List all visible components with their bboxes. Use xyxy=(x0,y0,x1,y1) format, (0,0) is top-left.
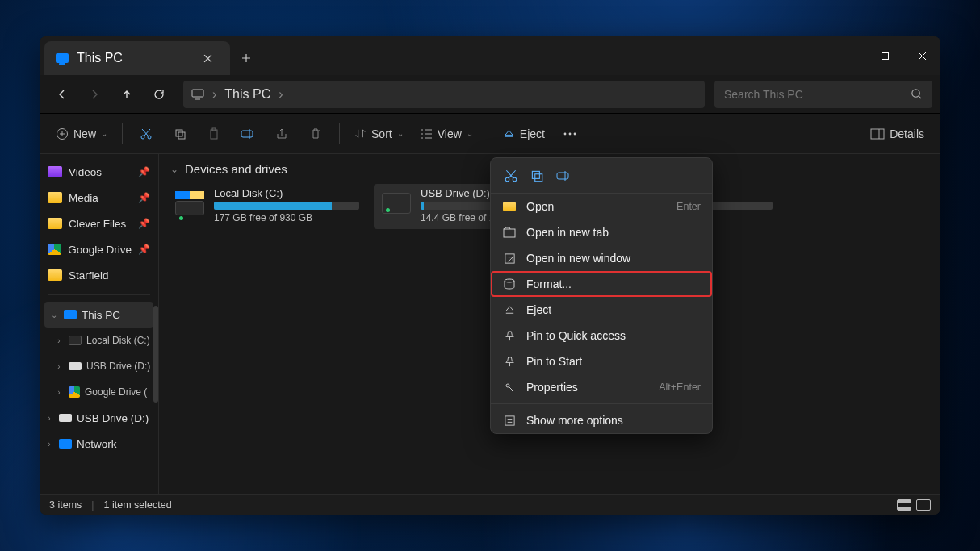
chevron-right-icon: › xyxy=(212,87,216,102)
share-button[interactable] xyxy=(266,120,297,148)
ctx-properties[interactable]: PropertiesAlt+Enter xyxy=(491,374,712,400)
svg-rect-19 xyxy=(557,173,568,179)
pin-icon: 📌 xyxy=(138,192,150,203)
search-box[interactable] xyxy=(714,81,932,108)
ctx-label: Open xyxy=(526,200,554,213)
up-button[interactable] xyxy=(112,80,141,109)
copy-button[interactable] xyxy=(165,120,195,148)
sidebar-item-clever-files[interactable]: Clever Files📌 xyxy=(40,211,158,236)
drive-local-disk[interactable]: Local Disk (C:) 177 GB free of 930 GB xyxy=(167,184,366,229)
cut-button[interactable] xyxy=(504,169,518,183)
sidebar-item-videos[interactable]: Videos📌 xyxy=(40,159,158,185)
this-pc-icon xyxy=(64,310,77,319)
svg-rect-18 xyxy=(535,173,542,181)
ctx-label: Open in new window xyxy=(526,252,630,265)
tree-label: Local Disk (C:) xyxy=(86,335,150,346)
context-quick-actions xyxy=(491,158,712,194)
tree-local-disk[interactable]: ›Local Disk (C:) xyxy=(40,328,158,353)
view-button[interactable]: View ⌄ xyxy=(413,120,480,148)
tree-network[interactable]: ›Network xyxy=(40,431,158,457)
address-bar[interactable]: › This PC › xyxy=(183,81,705,108)
rename-button[interactable] xyxy=(232,120,263,148)
icons-view-button[interactable] xyxy=(916,499,931,511)
svg-point-5 xyxy=(148,136,151,139)
svg-point-13 xyxy=(574,132,576,135)
ctx-eject[interactable]: Eject xyxy=(491,297,712,323)
svg-point-2 xyxy=(912,90,919,97)
sidebar-item-google-drive[interactable]: Google Drive📌 xyxy=(40,236,158,262)
ctx-format[interactable]: Format... xyxy=(491,271,712,297)
ctx-label: Eject xyxy=(526,303,551,316)
ctx-show-more[interactable]: Show more options xyxy=(491,407,712,433)
tree-google-drive[interactable]: ›Google Drive ( xyxy=(40,379,158,405)
ctx-pin-quick-access[interactable]: Pin to Quick access xyxy=(491,323,712,349)
search-input[interactable] xyxy=(724,88,911,101)
svg-point-22 xyxy=(505,279,514,282)
view-label: View xyxy=(438,127,462,140)
new-tab-button[interactable] xyxy=(230,41,262,75)
pin-icon: 📌 xyxy=(138,244,150,255)
details-label: Details xyxy=(890,127,924,140)
capacity-bar xyxy=(214,202,359,210)
maximize-button[interactable] xyxy=(866,36,903,75)
tree-label: This PC xyxy=(82,309,120,321)
drive-free: 177 GB free of 930 GB xyxy=(214,212,359,223)
tree-this-pc[interactable]: ⌄This PC xyxy=(44,302,153,328)
drive-icon xyxy=(69,336,82,345)
sidebar-scrollbar[interactable] xyxy=(153,306,158,403)
back-button[interactable] xyxy=(48,80,77,109)
paste-button[interactable] xyxy=(199,120,229,148)
rename-button[interactable] xyxy=(555,169,572,182)
tree-usb-drive-2[interactable]: ›USB Drive (D:) xyxy=(40,405,158,431)
breadcrumb-this-pc[interactable]: This PC xyxy=(224,87,270,102)
monitor-icon xyxy=(191,89,204,100)
chevron-down-icon: ⌄ xyxy=(170,164,178,175)
gdrive-icon xyxy=(48,244,61,255)
ctx-pin-start[interactable]: Pin to Start xyxy=(491,349,712,374)
usb-icon xyxy=(69,362,82,370)
cut-icon xyxy=(140,127,153,140)
ctx-open-new-tab[interactable]: Open in new tab xyxy=(491,219,712,245)
new-button[interactable]: New ⌄ xyxy=(49,120,114,148)
eject-button[interactable]: Eject xyxy=(496,120,551,148)
refresh-button[interactable] xyxy=(144,80,174,109)
status-bar: 3 items | 1 item selected xyxy=(40,494,940,515)
svg-rect-0 xyxy=(882,52,888,59)
chevron-right-icon: › xyxy=(54,362,64,371)
search-icon xyxy=(911,88,923,100)
more-button[interactable] xyxy=(555,120,585,148)
svg-point-23 xyxy=(506,384,509,387)
minimize-button[interactable] xyxy=(829,36,866,75)
pin-icon xyxy=(502,330,517,342)
ctx-open-new-window[interactable]: Open in new window xyxy=(491,245,712,271)
ctx-open[interactable]: OpenEnter xyxy=(491,194,712,219)
delete-button[interactable] xyxy=(300,120,331,148)
sort-label: Sort xyxy=(371,127,392,140)
pin-icon: 📌 xyxy=(138,166,150,177)
tab-this-pc[interactable]: This PC xyxy=(44,41,230,75)
details-view-button[interactable] xyxy=(897,499,911,511)
svg-point-16 xyxy=(513,177,517,182)
sidebar-label: Clever Files xyxy=(69,218,126,230)
group-header-label: Devices and drives xyxy=(185,162,287,176)
details-button[interactable]: Details xyxy=(864,120,931,148)
copy-button[interactable] xyxy=(530,169,544,183)
ctx-label: Format... xyxy=(526,278,572,290)
tree-usb-drive[interactable]: ›USB Drive (D:) xyxy=(40,353,158,379)
close-button[interactable] xyxy=(903,36,940,75)
shortcut: Alt+Enter xyxy=(659,382,701,393)
sort-button[interactable]: Sort ⌄ xyxy=(348,120,410,148)
sidebar-item-starfield[interactable]: Starfield xyxy=(40,262,158,288)
tree-label: Google Drive ( xyxy=(85,386,147,398)
tab-close-button[interactable] xyxy=(196,47,219,69)
forward-button[interactable] xyxy=(80,80,109,109)
ctx-label: Pin to Start xyxy=(526,355,582,368)
sidebar-item-media[interactable]: Media📌 xyxy=(40,185,158,211)
rename-icon xyxy=(241,127,255,140)
shortcut: Enter xyxy=(676,201,701,212)
cut-button[interactable] xyxy=(131,120,161,148)
this-pc-icon xyxy=(56,53,69,63)
svg-point-12 xyxy=(569,132,572,135)
window-controls xyxy=(829,36,940,75)
svg-point-11 xyxy=(564,132,567,135)
